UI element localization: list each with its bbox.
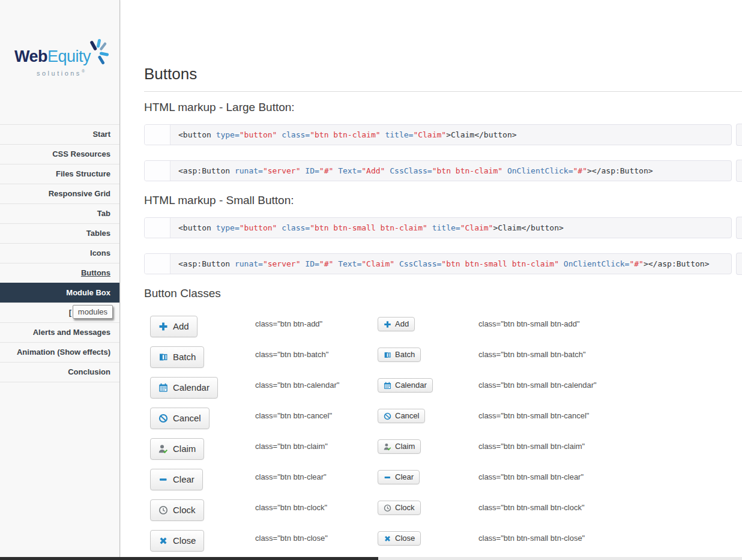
button-clock-small[interactable]: Clock [378,501,421,515]
class-label-large: class="btn btn-batch" [255,350,328,359]
button-claim-large[interactable]: Claim [150,438,204,460]
sidebar-item-label: Animation (Show effects) [17,348,110,357]
button-label: Cancel [173,412,201,424]
button-label: Clear [173,474,195,486]
class-label-small: class="btn btn-small btn-cancel" [478,411,589,420]
sidebar-item-label: Start [92,130,110,139]
sidebar-item-icons[interactable]: Icons [0,243,119,263]
button-calendar-large[interactable]: Calendar [150,377,218,399]
button-classes-grid: Addclass="btn btn-add"Addclass="btn btn-… [144,313,742,557]
class-label-large: class="btn btn-cancel" [255,411,332,420]
code-line: <asp:Button runat="server" ID="#" Text="… [170,161,731,181]
sidebar-item-tables[interactable]: Tables [0,223,119,243]
sidebar-nav: StartCSS ResourcesFiles StructureRespons… [0,124,119,382]
code-line: <button type="button" class="btn btn-cla… [170,125,731,145]
batch-icon [158,352,168,362]
sidebar-item-module-box[interactable]: Module Box [0,283,119,303]
button-add-small[interactable]: Add [378,317,415,331]
button-calendar-small[interactable]: Calendar [378,378,433,393]
minus-icon [384,474,391,481]
logo-brand-primary: Web [14,47,47,65]
code-gutter [145,161,170,181]
sidebar-item-responsive-grid[interactable]: Responsive Grid [0,184,119,203]
button-cancel-large[interactable]: Cancel [150,408,210,429]
button-close-large[interactable]: Close [150,530,204,552]
button-clear-small[interactable]: Clear [378,470,420,484]
sidebar-item-modules[interactable]: [ modules ]modules [0,303,119,322]
code-gutter [145,254,170,274]
button-label: Claim [173,443,196,455]
class-label-small: class="btn btn-small btn-add" [478,319,580,328]
minus-icon [158,475,168,484]
sidebar-item-label: Module Box [66,288,110,297]
code-block-overflow-sliver [736,217,742,239]
page-title: Buttons [144,65,742,83]
code-block-overflow-sliver [736,160,742,182]
logo-brand-secondary: Equity [47,47,91,65]
class-label-large: class="btn btn-clock" [255,503,327,512]
sidebar-item-label: CSS Resources [52,149,110,158]
modules-tooltip: modules [73,305,113,319]
sidebar-item-tab[interactable]: Tab [0,203,119,223]
section-heading-large-button: HTML markup - Large Button: [144,100,742,115]
batch-icon [384,351,391,359]
button-batch-small[interactable]: Batch [378,348,421,362]
code-gutter [145,218,170,238]
class-label-large: class="btn btn-claim" [255,442,328,451]
ban-icon [384,412,391,420]
logo-star-icon [85,38,109,67]
button-label: Add [395,319,409,329]
button-label: Batch [395,350,415,360]
button-clock-large[interactable]: Clock [150,499,204,521]
sidebar-item-buttons[interactable]: Buttons [0,263,119,283]
class-label-large: class="btn btn-clear" [255,472,327,481]
sidebar-item-alerts-and-messages[interactable]: Alerts and Messages [0,322,119,342]
class-label-small: class="btn btn-small btn-clock" [478,503,585,512]
logo[interactable]: WebEquity solutions® [14,48,104,77]
button-label: Clock [173,504,196,516]
button-cancel-small[interactable]: Cancel [378,409,425,423]
horizontal-scrollbar[interactable] [0,557,742,560]
button-close-small[interactable]: Close [378,531,421,546]
class-label-small: class="btn btn-small btn-clear" [478,472,584,481]
button-label: Clock [395,503,415,513]
sidebar-item-label: Conclusion [68,367,110,376]
button-label: Calendar [395,381,427,390]
button-label: Close [173,535,196,547]
code-gutter [145,125,170,145]
horizontal-scrollbar-thumb[interactable] [0,557,378,560]
sidebar-item-css-resources[interactable]: CSS Resources [0,144,119,164]
button-batch-large[interactable]: Batch [150,346,204,368]
sidebar-item-conclusion[interactable]: Conclusion [0,362,119,382]
section-heading-small-button: HTML markup - Small Button: [144,193,742,208]
section-heading-button-classes: Button Classes [144,286,742,301]
main-content: Buttons HTML markup - Large Button: <but… [121,0,742,557]
button-claim-small[interactable]: Claim [378,439,421,454]
button-add-large[interactable]: Add [150,316,198,337]
code-block-overflow-sliver [736,253,742,275]
code-block-small-html: <button type="button" class="btn btn-sma… [144,217,732,238]
button-clear-large[interactable]: Clear [150,469,203,490]
code-block-large-html: <button type="button" class="btn btn-cla… [144,124,732,145]
class-label-large: class="btn btn-calendar" [255,381,339,390]
button-label: Batch [173,351,196,363]
button-label: Calendar [173,382,210,394]
page: WebEquity solutions® StartCSS Resourc [0,0,742,560]
clock-icon [158,505,168,515]
code-line: <button type="button" class="btn btn-sma… [170,218,731,238]
logo-tagline: solutions® [14,69,104,77]
code-block-large-asp: <asp:Button runat="server" ID="#" Text="… [144,160,732,181]
clock-icon [384,504,391,512]
sidebar-item-start[interactable]: Start [0,124,119,144]
class-label-small: class="btn btn-small btn-calendar" [478,381,597,390]
ban-icon [158,414,168,423]
sidebar-item-label: Tables [86,229,110,238]
code-block-overflow-sliver [736,124,742,146]
plus-icon [384,321,391,328]
sidebar-item-label: Tab [97,209,110,218]
sidebar-item-files-structure[interactable]: Files Structure [0,164,119,184]
class-label-small: class="btn btn-small btn-close" [478,534,585,543]
button-label: Cancel [395,411,419,421]
sidebar-item-animation-show-effects[interactable]: Animation (Show effects) [0,342,119,362]
class-label-small: class="btn btn-small btn-batch" [478,350,586,359]
